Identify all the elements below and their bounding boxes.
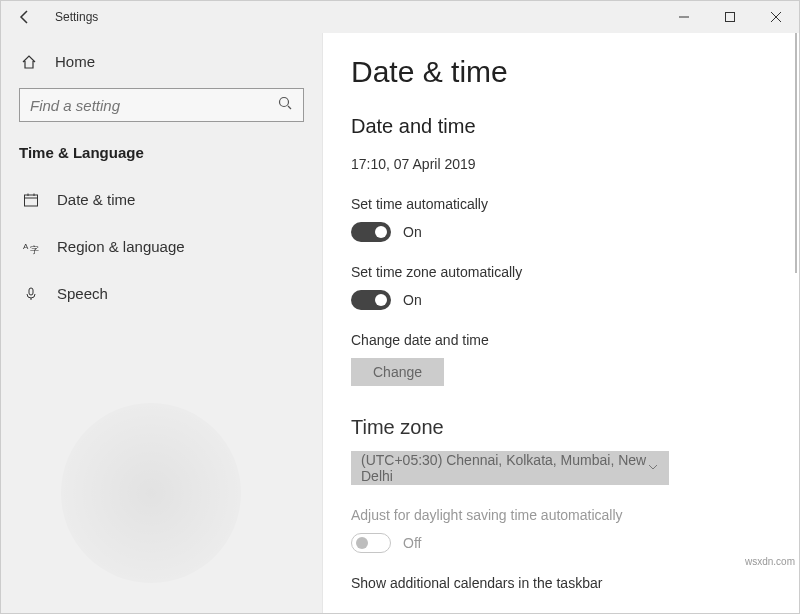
sidebar-item-label: Region & language [57,238,185,255]
change-button: Change [351,358,444,386]
minimize-button[interactable] [661,1,707,33]
sidebar-item-date-time[interactable]: Date & time [19,181,304,218]
sidebar-item-label: Speech [57,285,108,302]
dst-toggle [351,533,391,553]
svg-line-5 [288,106,291,109]
sidebar-item-label: Date & time [57,191,135,208]
close-button[interactable] [753,1,799,33]
svg-rect-12 [29,288,33,295]
svg-text:A: A [23,242,29,251]
svg-text:字: 字 [30,245,39,255]
auto-tz-label: Set time zone automatically [351,264,771,280]
category-title: Time & Language [19,144,304,161]
timezone-value: (UTC+05:30) Chennai, Kolkata, Mumbai, Ne… [361,452,647,484]
svg-point-4 [280,98,289,107]
back-button[interactable] [13,5,37,29]
timezone-title: Time zone [351,416,771,439]
section-heading: Date and time [351,115,771,138]
titlebar: Settings [1,1,799,33]
maximize-button[interactable] [707,1,753,33]
auto-tz-state: On [403,292,422,308]
scrollbar[interactable] [795,33,797,273]
svg-rect-1 [726,13,735,22]
window-controls [661,1,799,33]
date-time-icon [21,192,41,208]
window-title: Settings [55,10,98,24]
sidebar-item-region-language[interactable]: A字 Region & language [19,228,304,265]
auto-time-toggle[interactable] [351,222,391,242]
search-box[interactable] [19,88,304,122]
dst-state: Off [403,535,421,551]
auto-tz-toggle[interactable] [351,290,391,310]
search-input[interactable] [30,97,277,114]
region-language-icon: A字 [21,239,41,255]
home-label: Home [55,53,95,70]
sidebar-item-speech[interactable]: Speech [19,275,304,312]
search-icon [277,95,293,115]
change-date-time-label: Change date and time [351,332,771,348]
current-datetime: 17:10, 07 April 2019 [351,156,771,172]
dst-label: Adjust for daylight saving time automati… [351,507,771,523]
speech-icon [21,286,41,302]
home-icon [19,54,39,70]
auto-time-state: On [403,224,422,240]
home-link[interactable]: Home [19,53,304,70]
main-panel: Date & time Date and time 17:10, 07 Apri… [323,33,799,613]
watermark: wsxdn.com [745,556,795,567]
dst-toggle-row: Off [351,533,771,553]
sidebar: Home Time & Language Date & time A字 Regi… [1,33,323,613]
content-area: Home Time & Language Date & time A字 Regi… [1,33,799,613]
additional-calendars-label: Show additional calendars in the taskbar [351,575,771,591]
chevron-down-icon [647,460,659,476]
auto-tz-toggle-row: On [351,290,771,310]
auto-time-toggle-row: On [351,222,771,242]
auto-time-label: Set time automatically [351,196,771,212]
svg-rect-6 [25,195,38,206]
acrylic-blur [61,403,241,583]
back-arrow-icon [17,9,33,25]
page-heading: Date & time [351,55,771,89]
timezone-dropdown: (UTC+05:30) Chennai, Kolkata, Mumbai, Ne… [351,451,669,485]
